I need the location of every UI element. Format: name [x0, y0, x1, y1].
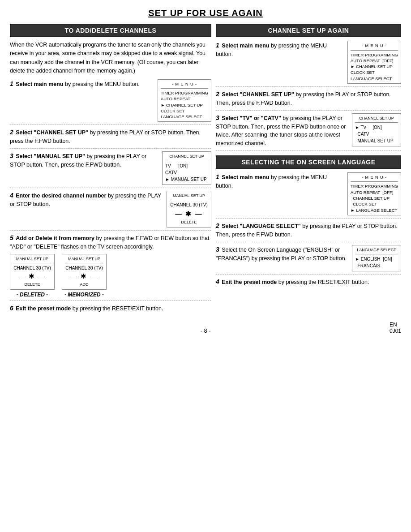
lang-box: LANGUAGE SELECT ► ENGLISH [ON] FRANCAIS [352, 245, 401, 272]
manual-box-memorized: MANUAL SET UP CHANNEL 30 (TV) — ✱ — ADD [62, 254, 107, 290]
lang-step-2-row: 2 Select "LANGUAGE SELECT" by pressing t… [216, 221, 401, 242]
step-5-memorized-box: MANUAL SET UP CHANNEL 30 (TV) — ✱ — ADD … [62, 254, 107, 298]
menu-right1-item: TIMER PROGRAMMING [351, 52, 398, 58]
manual-box-1: MANUAL SET UP CHANNEL 30 (TV) — ✱ — DELE… [167, 191, 211, 228]
step-5-bold: Add or Delete it from memory [16, 235, 94, 241]
channel-box-right: CHANNEL SET UP ► TV [ON] CATV MANUAL SET… [352, 113, 401, 147]
lang-step-1-bold: Select main menu [222, 174, 269, 180]
lang-step-3-num: 3 [216, 246, 219, 253]
step-6-num: 6 [10, 305, 13, 312]
right-step-2-num: 2 [216, 90, 219, 98]
step-1-content: 1 Select main menu by pressing the MENU … [10, 79, 158, 89]
step-4-num: 4 [10, 192, 13, 199]
right-step-2-row: 2 Select "CHANNEL SET UP" by pressing th… [216, 90, 401, 111]
menu-box-1: - M E N U - TIMER PROGRAMMING AUTO REPEA… [158, 79, 211, 122]
box-memorized-label: ADD [65, 282, 103, 288]
right-step-3-row: 3 Select "TV" or "CATV" by pressing the … [216, 113, 401, 151]
menu-lang-item: TIMER PROGRAMMING [351, 183, 398, 189]
step-4-bold: Enter the desired channel number [16, 193, 106, 199]
right-step-1-content: 1 Select main menu by pressing the MENU … [216, 41, 347, 59]
menu-lang-item: AUTO REPEAT [OFF] [351, 189, 398, 195]
lang-step-2-content: 2 Select "LANGUAGE SELECT" by pressing t… [216, 221, 401, 239]
menu-item-selected: ► CHANNEL SET UP [161, 102, 208, 108]
lang-step-4-num: 4 [216, 278, 219, 285]
step-1-text: by pressing the MENU button. [65, 81, 140, 87]
right-section2-header: SELECTING THE ON SCREEN LANGUAGE [216, 155, 401, 169]
manual-label: DELETE [170, 219, 208, 226]
step-5-boxes: MANUAL SET UP CHANNEL 30 (TV) — ✱ — DELE… [10, 254, 107, 298]
right-step-1-bold: Select main menu [222, 43, 269, 49]
step-6-row: 6 Exit the preset mode by pressing the R… [10, 304, 211, 316]
box-memorized-channel: CHANNEL 30 (TV) [65, 265, 103, 271]
lang-step-3-text: Select the On Screen Language ("ENGLISH"… [216, 247, 347, 262]
menu-item: CLOCK SET [161, 108, 208, 114]
step-2-bold: Select "CHANNEL SET UP" [16, 129, 88, 136]
step-6-content: 6 Exit the preset mode by pressing the R… [10, 304, 211, 313]
menu-lang-item-sel: ► LANGUAGE SELECT [351, 207, 398, 213]
step-5-memorized-caption: - MEMORIZED - [64, 292, 104, 298]
menu-lang-item: CHANNEL SET UP [351, 195, 398, 201]
right-column: CHANNEL SET UP AGAIN 1 Select main menu … [216, 24, 401, 318]
menu-right1-item: LANGUAGE SELECT [351, 76, 398, 82]
lang-box-title: LANGUAGE SELECT [355, 247, 398, 255]
right-step-2-bold: Select "CHANNEL SET UP" [222, 91, 294, 98]
box-deleted-label: DELETE [13, 282, 51, 288]
channel-item-selected: ► MANUAL SET UP [165, 176, 208, 183]
box-memorized-symbol: — ✱ — [65, 271, 103, 282]
channel-right-item: MANUAL SET UP [355, 137, 398, 144]
step-2-content: 2 Select "CHANNEL SET UP" by pressing th… [10, 128, 211, 146]
step-5-num: 5 [10, 234, 13, 241]
menu-right1-item: AUTO REPEAT [OFF] [351, 58, 398, 64]
menu-box-1-title: - M E N U - [161, 82, 208, 89]
manual-symbol: — ✱ — [170, 209, 208, 219]
right-step-1-num: 1 [216, 42, 219, 49]
lang-item-sel: ► ENGLISH [ON] [355, 256, 398, 262]
step-5-content: 5 Add or Delete it from memory by pressi… [10, 233, 211, 251]
lang-step-2-bold: Select "LANGUAGE SELECT" [222, 223, 300, 229]
left-column: TO ADD/DELETE CHANNELS When the VCR auto… [10, 24, 211, 318]
menu-right1-title: - M E N U - [351, 43, 398, 51]
manual-box-deleted: MANUAL SET UP CHANNEL 30 (TV) — ✱ — DELE… [10, 254, 55, 290]
lang-item: FRANCAIS [355, 262, 398, 269]
menu-right1-item-sel: ► CHANNEL SET UP [351, 64, 398, 69]
lang-step-4-bold: Exit the preset mode [222, 279, 277, 285]
right-step-3-num: 3 [216, 114, 219, 121]
right-step-3-content: 3 Select "TV" or "CATV" by pressing the … [216, 113, 352, 148]
menu-item: AUTO REPEAT [161, 96, 208, 102]
menu-lang-title: - M E N U - [351, 175, 398, 182]
manual-channel: CHANNEL 30 (TV) [170, 202, 208, 208]
menu-box-right1: - M E N U - TIMER PROGRAMMING AUTO REPEA… [347, 41, 401, 84]
channel-right-item-sel: ► TV [ON] [355, 124, 398, 131]
right-section1-header: CHANNEL SET UP AGAIN [216, 24, 401, 37]
right-step-1-row: 1 Select main menu by pressing the MENU … [216, 41, 401, 87]
lang-step-4-content: 4 Exit the preset mode by pressing the R… [216, 277, 401, 287]
right-step-3-bold: Select "TV" or "CATV" [222, 115, 281, 121]
page-title: SET UP FOR USE AGAIN [10, 8, 401, 18]
page-number: - 8 - [200, 327, 210, 334]
step-1-num: 1 [10, 80, 13, 87]
right-step-2-content: 2 Select "CHANNEL SET UP" by pressing th… [216, 90, 401, 107]
lang-step-3-row: 3 Select the On Screen Language ("ENGLIS… [216, 245, 401, 275]
main-content: TO ADD/DELETE CHANNELS When the VCR auto… [10, 24, 401, 318]
box-deleted-channel: CHANNEL 30 (TV) [13, 265, 51, 271]
step-2-row: 2 Select "CHANNEL SET UP" by pressing th… [10, 128, 211, 149]
step-5-row: 5 Add or Delete it from memory by pressi… [10, 233, 211, 301]
step-5-deleted-box: MANUAL SET UP CHANNEL 30 (TV) — ✱ — DELE… [10, 254, 55, 298]
step-3-content: 3 Select "MANUAL SET UP" by pressing the… [10, 151, 162, 169]
lang-step-1-content: 1 Select main menu by pressing the MENU … [216, 172, 347, 190]
lang-step-2-num: 2 [216, 222, 219, 229]
menu-lang-item: CLOCK SET [351, 201, 398, 207]
channel-item: CATV [165, 169, 208, 176]
step-1-bold: Select main menu [16, 81, 63, 87]
channel-item: TV [ON] [165, 163, 208, 169]
step-6-text: by pressing the RESET/EXIT button. [73, 305, 163, 312]
manual-box-title: MANUAL SET UP [170, 193, 208, 201]
menu-item: TIMER PROGRAMMING [161, 90, 208, 96]
box-deleted-title: MANUAL SET UP [13, 256, 51, 264]
page-code: EN 0J01 [390, 322, 401, 334]
lang-step-1-num: 1 [216, 173, 219, 180]
channel-box-left: CHANNEL SET UP TV [ON] CATV ► MANUAL SET… [162, 151, 211, 185]
intro-paragraph: When the VCR automatically programs the … [10, 41, 211, 76]
step-4-row: 4 Enter the desired channel number by pr… [10, 191, 211, 231]
box-deleted-symbol: — ✱ — [13, 271, 51, 282]
